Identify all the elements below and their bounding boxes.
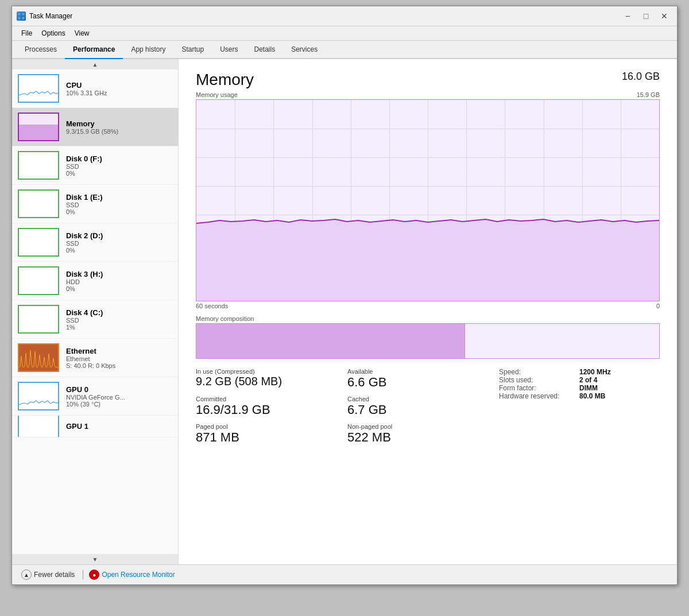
- stat-cached-label: Cached: [347, 396, 487, 402]
- tab-performance[interactable]: Performance: [65, 41, 123, 59]
- cpu-label: CPU: [66, 81, 107, 90]
- tab-users[interactable]: Users: [212, 41, 246, 59]
- window-controls: − □ ✕: [620, 10, 672, 22]
- chart-time-end: 0: [656, 303, 660, 309]
- sidebar-item-cpu[interactable]: CPU 10% 3.31 GHz: [12, 69, 178, 108]
- sidebar-item-disk4[interactable]: Disk 4 (C:) SSD 1%: [12, 300, 178, 339]
- gpu1-label: GPU 1: [66, 422, 88, 431]
- chevron-up-icon: ▲: [21, 569, 32, 580]
- chart-main-area: [196, 100, 659, 301]
- stats-right: Speed: 1200 MHz Slots used: 2 of 4 Form …: [499, 368, 660, 451]
- disk3-sub1: HDD: [66, 278, 103, 285]
- stat-available-label: Available: [347, 368, 487, 375]
- maximize-button[interactable]: □: [638, 10, 654, 22]
- sidebar-item-disk3[interactable]: Disk 3 (H:) HDD 0%: [12, 262, 178, 300]
- sidebar-scroll-down[interactable]: ▼: [12, 554, 178, 564]
- detail-form-val: DIMM: [579, 384, 598, 392]
- title-bar: Task Manager − □ ✕: [12, 6, 677, 26]
- chart-usage-max: 15.9 GB: [637, 91, 660, 98]
- bottom-bar: ▲ Fewer details ● Open Resource Monitor: [12, 564, 677, 584]
- composition-section: Memory composition: [196, 315, 660, 359]
- disk1-sub1: SSD: [66, 202, 103, 208]
- menu-bar: File Options View: [12, 26, 677, 41]
- composition-label: Memory composition: [196, 315, 660, 322]
- comp-in-use: [196, 324, 465, 358]
- close-button[interactable]: ✕: [656, 10, 672, 22]
- sidebar-item-memory[interactable]: Memory 9.3/15.9 GB (58%): [12, 108, 178, 146]
- sidebar-scroll-up[interactable]: ▲: [12, 59, 178, 69]
- chart-time-start: 60 seconds: [196, 303, 228, 309]
- menu-view[interactable]: View: [70, 28, 94, 39]
- sidebar-item-ethernet[interactable]: Ethernet Ethernet S: 40.0 R: 0 Kbps: [12, 339, 178, 377]
- chart-header: Memory usage 15.9 GB: [196, 91, 660, 98]
- detail-hw-reserved-key: Hardware reserved:: [499, 392, 579, 400]
- minimize-button[interactable]: −: [620, 10, 636, 22]
- fewer-details-button[interactable]: ▲ Fewer details: [19, 568, 77, 581]
- menu-file[interactable]: File: [17, 28, 37, 39]
- memory-mini-chart: [19, 114, 58, 140]
- sidebar-item-disk0[interactable]: Disk 0 (F:) SSD 0%: [12, 146, 178, 185]
- stat-paged-pool-value: 871 MB: [196, 430, 336, 445]
- memory-thumbnail: [18, 113, 59, 141]
- gpu1-info: GPU 1: [66, 422, 88, 431]
- svg-rect-3: [22, 17, 25, 20]
- tab-processes[interactable]: Processes: [17, 41, 65, 59]
- sidebar-item-gpu1[interactable]: GPU 1: [12, 416, 178, 437]
- stats-container: In use (Compressed) 9.2 GB (508 MB) Avai…: [196, 368, 660, 451]
- stats-grid-main: In use (Compressed) 9.2 GB (508 MB) Avai…: [196, 368, 487, 451]
- tab-details[interactable]: Details: [246, 41, 283, 59]
- detail-hw-reserved: Hardware reserved: 80.0 MB: [499, 392, 660, 400]
- composition-bar: [196, 323, 660, 359]
- tab-startup[interactable]: Startup: [173, 41, 212, 59]
- stat-committed-value: 16.9/31.9 GB: [196, 402, 336, 417]
- fewer-details-label: Fewer details: [34, 571, 75, 579]
- stat-committed-label: Committed: [196, 396, 336, 402]
- ethernet-sub2: S: 40.0 R: 0 Kbps: [66, 362, 115, 369]
- detail-slots-val: 2 of 4: [579, 376, 597, 384]
- disk4-info: Disk 4 (C:) SSD 1%: [66, 308, 103, 331]
- disk0-sub2: 0%: [66, 170, 102, 177]
- svg-marker-4: [196, 219, 659, 301]
- stat-paged-pool-label: Paged pool: [196, 423, 336, 430]
- disk0-thumbnail: [18, 151, 59, 180]
- disk0-label: Disk 0 (F:): [66, 154, 102, 163]
- disk1-thumbnail: [18, 189, 59, 218]
- detail-speed: Speed: 1200 MHz: [499, 368, 660, 376]
- app-icon: [17, 11, 26, 21]
- cpu-info: CPU 10% 3.31 GHz: [66, 81, 107, 96]
- tab-services[interactable]: Services: [283, 41, 326, 59]
- chart-usage-label: Memory usage: [196, 91, 238, 98]
- sidebar-item-disk2[interactable]: Disk 2 (D:) SSD 0%: [12, 223, 178, 262]
- detail-speed-key: Speed:: [499, 368, 579, 376]
- svg-rect-2: [18, 17, 21, 20]
- memory-sub: 9.3/15.9 GB (58%): [66, 128, 118, 135]
- stat-non-paged-pool-value: 522 MB: [347, 430, 487, 445]
- cpu-thumbnail: [18, 74, 59, 103]
- ethernet-sub1: Ethernet: [66, 355, 115, 362]
- menu-options[interactable]: Options: [37, 28, 69, 39]
- disk2-label: Disk 2 (D:): [66, 231, 103, 240]
- gpu0-sub1: NVIDIA GeForce G...: [66, 394, 125, 401]
- tab-app-history[interactable]: App history: [123, 41, 173, 59]
- sidebar-item-gpu0[interactable]: GPU 0 NVIDIA GeForce G... 10% (39 °C): [12, 377, 178, 416]
- resource-monitor-icon: ●: [89, 569, 99, 580]
- disk4-thumbnail: [18, 305, 59, 334]
- disk1-info: Disk 1 (E:) SSD 0%: [66, 193, 103, 215]
- gpu0-label: GPU 0: [66, 385, 125, 394]
- detail-speed-val: 1200 MHz: [579, 368, 611, 376]
- bottom-divider: [83, 570, 83, 579]
- disk2-info: Disk 2 (D:) SSD 0%: [66, 231, 103, 254]
- open-resource-monitor-link[interactable]: Open Resource Monitor: [102, 571, 175, 579]
- stat-non-paged-pool: Non-paged pool 522 MB: [347, 423, 487, 445]
- detail-slots: Slots used: 2 of 4: [499, 376, 660, 384]
- tab-bar: Processes Performance App history Startu…: [12, 41, 677, 59]
- memory-info: Memory 9.3/15.9 GB (58%): [66, 119, 118, 135]
- comp-available: [465, 324, 659, 358]
- cpu-sub: 10% 3.31 GHz: [66, 90, 107, 96]
- stat-cached-value: 6.7 GB: [347, 402, 487, 417]
- sidebar-item-disk1[interactable]: Disk 1 (E:) SSD 0%: [12, 185, 178, 223]
- memory-chart-svg: [196, 100, 659, 301]
- memory-mini-fill: [19, 125, 58, 140]
- content-header: Memory 16.0 GB: [196, 71, 660, 89]
- content-title: Memory: [196, 71, 254, 89]
